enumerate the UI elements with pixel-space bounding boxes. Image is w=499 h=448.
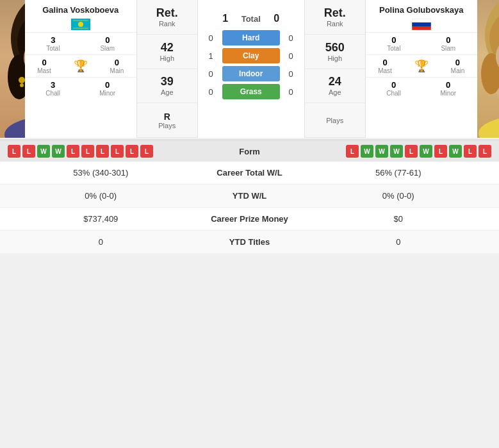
total-right: 0 — [270, 13, 283, 24]
indoor-left: 0 — [206, 69, 216, 79]
left-player-info: Galina Voskoboeva 3 Total — [25, 0, 137, 138]
left-trophy-icon: 🏆 — [74, 58, 88, 74]
stats-row-1: 0% (0-0) YTD W/L 0% (0-0) — [0, 185, 499, 208]
right-stats-row2: 0 Mast 🏆 0 Main — [366, 54, 477, 77]
right-player-info: Polina Golubovskaya 0 Total 0 Slam — [365, 0, 477, 138]
svg-point-4 — [8, 54, 25, 99]
total-label: Total — [241, 14, 261, 24]
form-right-badge-0: L — [346, 145, 359, 158]
form-right: LWWWLWLWLL — [281, 145, 492, 158]
left-player-flag — [25, 17, 136, 32]
form-right-badge-9: L — [479, 145, 491, 158]
svg-rect-19 — [412, 19, 431, 22]
right-rank-stats: Ret. Rank 560 High 24 Age Plays — [304, 0, 365, 138]
svg-rect-20 — [412, 22, 431, 26]
right-age-cell: 24 Age — [305, 69, 365, 104]
player-comparison-section: Galina Voskoboeva 3 Total — [0, 0, 499, 138]
right-mast-value: 0 — [382, 58, 387, 67]
left-total-label: Total — [46, 45, 60, 52]
right-slam-value: 0 — [446, 35, 450, 45]
match-center: 1 Total 0 0 Hard 0 1 Clay 0 0 Indoor — [198, 0, 304, 138]
right-high-cell: 560 High — [305, 35, 365, 69]
right-player-photo: Diadora — [477, 0, 499, 138]
total-left: 1 — [219, 13, 232, 24]
stats-row-3: 0 YTD Titles 0 — [0, 231, 499, 254]
main-container: Galina Voskoboeva 3 Total — [0, 0, 499, 254]
svg-point-36 — [479, 115, 499, 138]
svg-point-14 — [4, 115, 25, 138]
hard-right: 0 — [286, 33, 296, 43]
right-total-value: 0 — [391, 35, 396, 45]
right-slam-label: Slam — [441, 45, 455, 52]
grass-btn: Grass — [222, 84, 280, 99]
right-player-flag — [366, 17, 477, 32]
form-label: Form — [224, 147, 275, 156]
form-right-badge-1: W — [361, 145, 373, 158]
left-slam-label: Slam — [100, 45, 115, 52]
surface-grass: 0 Grass 0 — [206, 84, 296, 99]
right-chall-value: 0 — [391, 80, 396, 90]
form-right-badge-6: L — [434, 145, 447, 158]
form-right-badge-2: W — [375, 145, 388, 158]
svg-point-12 — [19, 77, 25, 83]
left-age-cell: 39 Age — [137, 69, 197, 104]
stats-center-2: Career Prize Money — [192, 214, 307, 224]
svg-point-13 — [20, 83, 24, 87]
form-left-badge-9: L — [140, 145, 153, 158]
grass-right: 0 — [286, 87, 296, 97]
stats-right-2: $0 — [307, 214, 490, 224]
form-row: LLWWLLLLLL Form LWWWLWLWLL — [0, 141, 499, 162]
right-rank-label: Rank — [327, 20, 343, 28]
left-plays-label: Plays — [158, 122, 176, 129]
right-chall-label: Chall — [386, 90, 401, 97]
left-rank-stats: Ret. Rank 42 High 39 Age R Plays — [137, 0, 198, 138]
right-stats-row3: 0 Chall 0 Minor — [366, 77, 477, 99]
left-player-name: Galina Voskoboeva — [25, 0, 136, 17]
right-total-label: Total — [387, 45, 400, 52]
stats-right-1: 0% (0-0) — [307, 191, 490, 201]
clay-right: 0 — [286, 51, 296, 61]
left-rank-label: Rank — [159, 20, 176, 28]
left-minor-value: 0 — [105, 80, 110, 90]
form-left-badge-4: L — [67, 145, 79, 158]
right-player-name: Polina Golubovskaya — [366, 0, 477, 17]
right-age-value: 24 — [329, 75, 341, 88]
form-left-badge-1: L — [22, 145, 35, 158]
left-plays-value: R — [164, 112, 170, 122]
form-left-badge-5: L — [81, 145, 94, 158]
total-row: 1 Total 0 — [219, 6, 283, 28]
clay-left: 1 — [206, 51, 216, 61]
grass-left: 0 — [206, 87, 216, 97]
left-stats-row1: 3 Total 0 Slam — [25, 32, 136, 54]
left-slam-value: 0 — [105, 35, 110, 45]
hard-btn: Hard — [222, 30, 280, 46]
right-high-label: High — [327, 54, 342, 62]
left-stats-row2: 0 Mast 🏆 0 Main — [25, 54, 136, 77]
form-left-badge-0: L — [8, 145, 20, 158]
stats-right-3: 0 — [307, 237, 490, 247]
right-plays-cell: Plays — [305, 103, 365, 138]
right-rank-value: Ret. — [324, 6, 346, 20]
form-right-badge-8: L — [464, 145, 477, 158]
surface-rows: 0 Hard 0 1 Clay 0 0 Indoor 0 0 Grass — [201, 28, 301, 102]
right-main-value: 0 — [455, 58, 460, 67]
left-age-value: 39 — [161, 75, 174, 88]
clay-btn: Clay — [222, 48, 280, 63]
hard-left: 0 — [206, 33, 216, 43]
right-minor-value: 0 — [446, 80, 450, 90]
surface-indoor: 0 Indoor 0 — [206, 66, 296, 81]
left-rank-value: Ret. — [156, 6, 178, 20]
left-high-label: High — [160, 54, 174, 62]
right-trophy-icon: 🏆 — [414, 58, 429, 74]
left-player-photo — [0, 0, 25, 138]
left-high-cell: 42 High — [137, 35, 197, 69]
form-right-badge-4: L — [405, 145, 418, 158]
stats-left-0: 53% (340-301) — [10, 168, 192, 178]
svg-point-16 — [78, 22, 83, 27]
surface-hard: 0 Hard 0 — [206, 30, 296, 46]
form-left-badge-7: L — [111, 145, 124, 158]
left-plays-cell: R Plays — [137, 103, 197, 138]
stats-center-0: Career Total W/L — [192, 168, 307, 178]
left-main-label: Main — [110, 67, 124, 74]
right-high-value: 560 — [325, 41, 345, 54]
